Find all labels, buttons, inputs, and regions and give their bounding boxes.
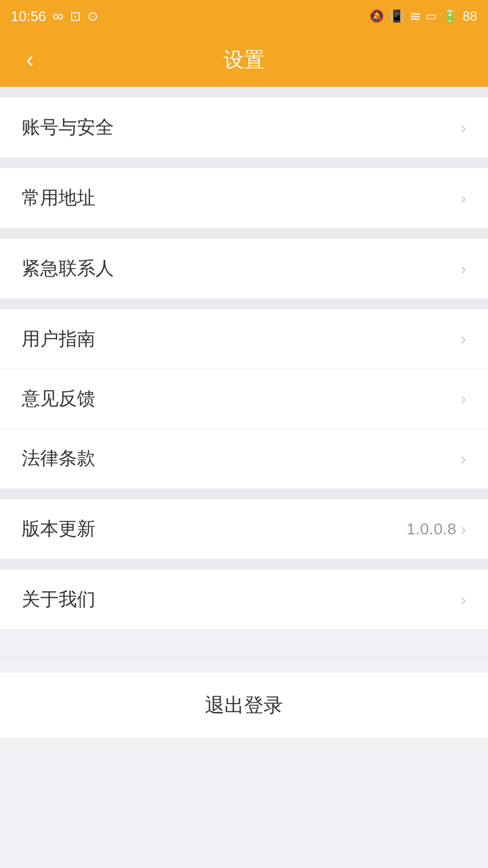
menu-group-account: 账号与安全 › (0, 98, 488, 157)
back-button[interactable]: ‹ (16, 46, 43, 73)
header: ‹ 设置 (0, 33, 488, 87)
status-left: 10:56 ∞ ⊡ ⊙ (11, 8, 98, 25)
logout-label: 退出登录 (205, 692, 283, 719)
legal-terms-label: 法律条款 (22, 446, 95, 471)
section-gap-1 (0, 157, 488, 168)
menu-item-legal-terms[interactable]: 法律条款 › (0, 429, 488, 488)
menu-group-emergency: 紧急联系人 › (0, 239, 488, 298)
menu-group-info: 用户指南 › 意见反馈 › 法律条款 › (0, 309, 488, 488)
chevron-icon: › (460, 449, 466, 469)
feedback-label: 意见反馈 (22, 386, 95, 411)
status-bar: 10:56 ∞ ⊡ ⊙ 🔕 📳 ≋ ▭ 🔋 88 (0, 0, 488, 33)
emergency-contact-label: 紧急联系人 (22, 256, 114, 281)
account-security-label: 账号与安全 (22, 115, 114, 140)
logout-button[interactable]: 退出登录 (0, 673, 488, 738)
section-gap-0 (0, 87, 488, 98)
logout-gap (0, 629, 488, 662)
loop-icon: ∞ (53, 8, 63, 25)
version-update-label: 版本更新 (22, 516, 95, 541)
menu-item-user-guide[interactable]: 用户指南 › (0, 309, 488, 369)
menu-item-account-security[interactable]: 账号与安全 › (0, 98, 488, 157)
chevron-icon: › (460, 118, 466, 138)
vibrate-icon: 📳 (389, 9, 404, 23)
section-gap-2 (0, 228, 488, 239)
section-gap-5 (0, 559, 488, 570)
menu-item-feedback[interactable]: 意见反馈 › (0, 369, 488, 429)
menu-group-about: 关于我们 › (0, 570, 488, 629)
status-right: 🔕 📳 ≋ ▭ 🔋 88 (369, 8, 477, 25)
screen-icon: ▭ (426, 9, 437, 23)
logout-section: 退出登录 (0, 673, 488, 738)
chevron-icon: › (460, 388, 466, 409)
about-us-label: 关于我们 (22, 587, 95, 612)
user-guide-label: 用户指南 (22, 327, 95, 352)
back-icon: ‹ (26, 48, 34, 71)
menu-item-emergency-contact[interactable]: 紧急联系人 › (0, 239, 488, 298)
section-gap-4 (0, 488, 488, 499)
wifi-icon: ≋ (409, 8, 420, 25)
battery-level: 88 (463, 9, 477, 24)
content: 账号与安全 › 常用地址 › 紧急联系人 › (0, 87, 488, 868)
menu-item-common-address[interactable]: 常用地址 › (0, 168, 488, 228)
chevron-icon: › (460, 188, 466, 208)
image-icon: ⊡ (70, 9, 81, 24)
time-display: 10:56 (11, 8, 46, 25)
chevron-icon: › (460, 590, 466, 610)
menu-group-address: 常用地址 › (0, 168, 488, 228)
chevron-icon: › (460, 519, 466, 539)
check-icon: ⊙ (87, 9, 98, 24)
battery-icon: 🔋 (442, 9, 457, 23)
section-gap-3 (0, 298, 488, 309)
common-address-label: 常用地址 (22, 186, 95, 210)
chevron-icon: › (460, 329, 466, 349)
menu-item-version-update[interactable]: 版本更新 1.0.0.8 › (0, 499, 488, 559)
menu-item-about-us[interactable]: 关于我们 › (0, 570, 488, 629)
page-title: 设置 (223, 46, 265, 74)
version-value: 1.0.0.8 (407, 520, 457, 538)
mute-icon: 🔕 (369, 9, 384, 23)
menu-group-version: 版本更新 1.0.0.8 › (0, 499, 488, 559)
chevron-icon: › (460, 259, 466, 279)
